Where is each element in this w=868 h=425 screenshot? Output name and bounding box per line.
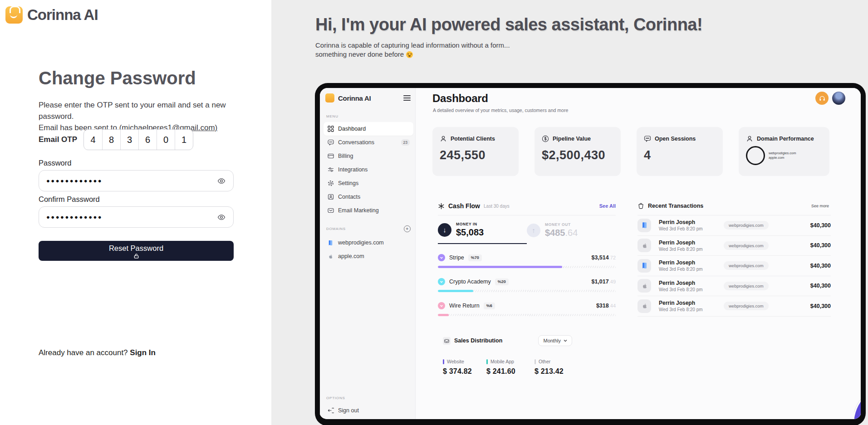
- sales-distribution-section: Sales Distribution Monthly Website $ 374…: [443, 335, 615, 376]
- eye-icon: [217, 213, 226, 221]
- reset-password-button[interactable]: Reset Password: [39, 241, 234, 261]
- money-out-tab[interactable]: ↑ MONEY OUT $485.64: [527, 222, 616, 244]
- signin-link[interactable]: Sign In: [130, 348, 156, 357]
- sidebar-item-billing[interactable]: Billing: [324, 149, 413, 163]
- see-more-link[interactable]: See more: [811, 204, 829, 208]
- sidebar-item-label: Integrations: [338, 166, 410, 173]
- progress-track: [438, 266, 616, 268]
- row-percent-badge: %6: [484, 303, 495, 309]
- legend-website: Website $ 374.82: [443, 359, 486, 376]
- transaction-row[interactable]: Perrin Joseph Wed 3rd Feb 8:20 pm webpro…: [638, 276, 831, 297]
- transaction-row[interactable]: Perrin Joseph Wed 3rd Feb 8:20 pm webpro…: [638, 215, 831, 236]
- hero-subtitle-line1: Corinna is capable of capturing lead inf…: [315, 41, 510, 49]
- stat-card-domain-performance: Domain Performance webprodigies.com appl…: [739, 127, 829, 176]
- toggle-password-visibility-button[interactable]: [217, 176, 226, 186]
- otp-digit-4[interactable]: 6: [138, 130, 157, 150]
- app-logo: Corinna AI: [5, 6, 98, 24]
- transactions-title: Recent Transactions: [648, 203, 703, 209]
- hero-subtitle: Corinna is capable of capturing lead inf…: [315, 41, 510, 59]
- transaction-name: Perrin Joseph: [659, 280, 724, 286]
- otp-digit-2[interactable]: 8: [102, 130, 120, 150]
- signout-icon: [327, 407, 334, 414]
- add-domain-button[interactable]: +: [404, 225, 411, 232]
- dashboard-icon: [327, 126, 334, 132]
- row-percent-badge: %20: [495, 278, 509, 285]
- lock-icon: [133, 253, 139, 259]
- period-selector[interactable]: Monthly: [538, 335, 572, 346]
- billing-icon: [327, 153, 334, 160]
- domain-performance-domain2: apple.com: [769, 156, 796, 160]
- signin-row: Already have an account? Sign In: [39, 348, 156, 357]
- transaction-row[interactable]: Perrin Joseph Wed 3rd Feb 8:20 pm webpro…: [638, 296, 831, 317]
- legend-value: $ 213.42: [535, 367, 578, 376]
- sidebar-item-label: Dashboard: [338, 126, 410, 132]
- dashboard-preview-frame: Corinna AI MENU Dashboard: [315, 83, 866, 425]
- gear-icon: [327, 180, 334, 187]
- sales-gauge-arc: [854, 385, 866, 425]
- toggle-confirm-visibility-button[interactable]: [217, 213, 226, 222]
- recent-transactions-section: Recent Transactions See more Perrin Jose…: [638, 202, 831, 317]
- sidebar-item-settings[interactable]: Settings: [324, 176, 413, 190]
- transaction-date: Wed 3rd Feb 8:20 pm: [659, 307, 724, 312]
- menu-toggle-icon[interactable]: [403, 94, 411, 101]
- menu-section-label: MENU: [326, 114, 411, 118]
- transaction-date: Wed 3rd Feb 8:20 pm: [659, 287, 724, 292]
- chat-icon: [644, 135, 651, 142]
- signout-label: Sign out: [338, 407, 410, 414]
- progress-track: [438, 314, 616, 316]
- sidebar-domain-webprodigies[interactable]: webprodigies.com: [324, 236, 413, 249]
- sidebar-item-integrations[interactable]: Integrations: [324, 163, 413, 176]
- stat-label: Open Sessions: [655, 136, 696, 142]
- otp-input: 4 8 3 6 0 1: [83, 129, 193, 150]
- period-selector-value: Monthly: [543, 338, 561, 343]
- cash-flow-row-wire-return: Wire Return %6 $318.44: [438, 302, 616, 316]
- sidebar-domain-apple[interactable]: apple.com: [324, 249, 413, 263]
- money-out-cents: .64: [565, 228, 578, 238]
- money-out-value: $485: [545, 228, 565, 238]
- eye-icon: [217, 177, 226, 185]
- transaction-row[interactable]: Perrin Joseph Wed 3rd Feb 8:20 pm webpro…: [638, 256, 831, 276]
- stat-value: 4: [644, 148, 716, 162]
- dashboard-title: Dashboard: [432, 92, 488, 105]
- hero-panel: Hi, I'm your AI powered sales assistant,…: [271, 0, 868, 425]
- legend-value: $ 241.60: [486, 367, 535, 376]
- otp-digit-5[interactable]: 0: [157, 130, 175, 150]
- instructions-text: Please enter the OTP sent to your email …: [39, 99, 243, 133]
- signout-button[interactable]: Sign out: [324, 404, 413, 417]
- otp-row: Email OTP 4 8 3 6 0 1: [39, 129, 193, 150]
- sidebar-item-label: Billing: [338, 153, 410, 159]
- confirm-password-field[interactable]: ●●●●●●●●●●●●: [39, 206, 234, 228]
- sidebar-item-dashboard[interactable]: Dashboard: [324, 122, 413, 136]
- bag-logo-icon: [5, 6, 23, 24]
- money-out-icon: ↑: [527, 224, 540, 237]
- contact-icon: [327, 194, 334, 200]
- transaction-amount: $40,300: [810, 242, 831, 249]
- wallet-icon: [638, 259, 651, 273]
- apple-icon: [638, 279, 651, 293]
- sidebar-item-email-marketing[interactable]: Email Marketing: [324, 204, 413, 217]
- otp-digit-1[interactable]: 4: [84, 130, 102, 150]
- sales-gauge-chart: [854, 385, 866, 425]
- domains-section-row: DOMAINS +: [326, 225, 411, 232]
- sidebar-item-contacts[interactable]: Contacts: [324, 190, 413, 204]
- otp-digit-3[interactable]: 3: [120, 130, 138, 150]
- support-button[interactable]: [815, 92, 829, 105]
- otp-digit-6[interactable]: 1: [175, 130, 193, 150]
- apple-icon: [638, 299, 651, 313]
- sales-distribution-icon: [443, 337, 451, 345]
- cash-flow-section: Cash Flow Last 30 days See All ↓ MONEY I…: [438, 202, 616, 316]
- brand-name: Corinna AI: [27, 6, 98, 24]
- user-avatar[interactable]: [832, 92, 845, 105]
- transaction-name: Perrin Joseph: [659, 219, 724, 225]
- otp-label: Email OTP: [39, 135, 77, 144]
- hero-title: Hi, I'm your AI powered sales assistant,…: [315, 15, 702, 34]
- reset-password-label: Reset Password: [109, 244, 163, 253]
- headphones-icon: [819, 95, 826, 102]
- password-field[interactable]: ●●●●●●●●●●●●: [39, 170, 234, 191]
- cash-flow-period: Last 30 days: [484, 204, 510, 209]
- money-in-tab[interactable]: ↓ MONEY IN $5,083: [438, 222, 527, 244]
- sidebar-item-conversations[interactable]: Conversations 23: [324, 136, 413, 149]
- transaction-row[interactable]: Perrin Joseph Wed 3rd Feb 8:20 pm webpro…: [638, 236, 831, 256]
- progress-fill: [438, 314, 449, 316]
- see-all-link[interactable]: See All: [599, 203, 616, 209]
